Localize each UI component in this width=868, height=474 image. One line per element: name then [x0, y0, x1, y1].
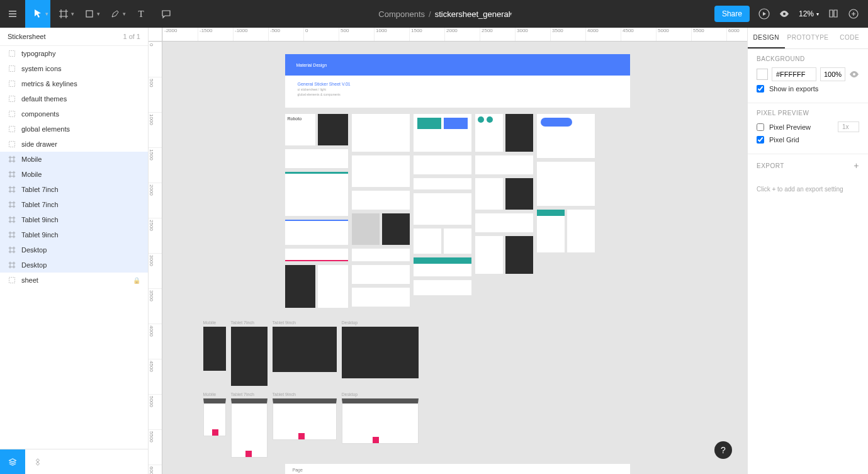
- group-icon: [8, 276, 16, 285]
- pixel-grid-checkbox[interactable]: [757, 136, 764, 144]
- device-row-dark: MobileTablet 7inchTablet 9inchDesktop: [166, 314, 745, 386]
- chevron-down-icon[interactable]: ▾: [97, 11, 103, 17]
- tab-code[interactable]: Code: [831, 28, 869, 48]
- artboard: [505, 236, 533, 274]
- chevron-down-icon[interactable]: ▾: [509, 11, 515, 17]
- vertical-ruler: 0500100015002000250030003500400045005000…: [149, 42, 162, 474]
- subheader-line: global elements & components: [298, 93, 617, 96]
- text-icon: T: [138, 9, 144, 20]
- layer-row[interactable]: components: [0, 106, 148, 121]
- show-exports-checkbox[interactable]: [757, 85, 764, 93]
- layers-tab-button[interactable]: [0, 449, 25, 475]
- layer-row[interactable]: Tablet 9inch: [0, 227, 148, 242]
- ruler-tick: 500: [149, 77, 162, 112]
- layer-name: side drawer: [21, 140, 57, 148]
- pen-icon: [110, 9, 120, 19]
- view-button[interactable]: [779, 8, 790, 20]
- frame-icon: [8, 185, 16, 194]
- artboard: [285, 249, 348, 261]
- canvas-content: Material Design General Sticker Sheet V.…: [166, 54, 745, 474]
- layer-row[interactable]: default themes: [0, 91, 148, 106]
- layer-row[interactable]: Mobile: [0, 152, 148, 167]
- ruler-tick: 1500: [149, 147, 162, 183]
- eye-icon[interactable]: [849, 69, 859, 79]
- artboard: [318, 114, 348, 145]
- section-title: Pixel Preview: [757, 110, 859, 116]
- tab-design[interactable]: Design: [748, 28, 785, 48]
- ruler-tick: 3000: [149, 253, 162, 288]
- layers-panel: Stickersheet 1 of 1 typographysystem ico…: [0, 28, 149, 474]
- background-hex-input[interactable]: [772, 67, 816, 81]
- menu-button[interactable]: [0, 0, 25, 28]
- artboard: [505, 178, 533, 210]
- layer-row[interactable]: system icons: [0, 61, 148, 76]
- artboard: [414, 155, 471, 174]
- library-button[interactable]: [828, 8, 839, 20]
- layer-row[interactable]: metrics & keylines: [0, 76, 148, 91]
- artboard-col: [537, 114, 595, 252]
- ruler-tick: 4000: [585, 28, 621, 41]
- layer-row[interactable]: Tablet 7inch: [0, 197, 148, 212]
- svg-rect-9: [9, 142, 15, 147]
- ruler-tick: -2000: [162, 28, 198, 41]
- canvas-viewport[interactable]: -2000-1500-1000-500050010001500200025003…: [149, 28, 747, 474]
- zoom-control[interactable]: 12%▾: [799, 9, 819, 18]
- help-button[interactable]: ?: [714, 441, 732, 459]
- pixel-preview-row[interactable]: Pixel Preview 1x: [757, 121, 859, 132]
- ruler-tick: 6000: [149, 465, 162, 474]
- artboard: [567, 210, 595, 252]
- assets-tab-button[interactable]: [25, 449, 50, 475]
- add-export-button[interactable]: +: [854, 161, 859, 171]
- svg-rect-10: [9, 278, 15, 283]
- device-body: [231, 398, 268, 458]
- device-body: [342, 327, 419, 378]
- device-frame: Tablet 7inch: [231, 320, 268, 386]
- artboard: [475, 213, 533, 232]
- layer-row[interactable]: Tablet 7inch: [0, 182, 148, 197]
- layers-list: typographysystem iconsmetrics & keylines…: [0, 46, 148, 449]
- layer-row[interactable]: Desktop: [0, 257, 148, 273]
- share-button[interactable]: Share: [714, 6, 750, 22]
- pixel-scale-select[interactable]: 1x: [838, 121, 859, 132]
- lock-icon: 🔒: [133, 277, 140, 284]
- layer-row[interactable]: sheet🔒: [0, 273, 148, 288]
- text-tool[interactable]: T: [128, 0, 154, 28]
- file-title[interactable]: Components / stickersheet_general ▾: [179, 9, 714, 19]
- subheader-title: General Sticker Sheet V.01: [298, 82, 617, 86]
- group-icon: [8, 49, 16, 58]
- layer-row[interactable]: global elements: [0, 121, 148, 137]
- device-label: Mobile: [203, 392, 226, 397]
- ruler-tick: 1500: [409, 28, 444, 41]
- canvas[interactable]: Material Design General Sticker Sheet V.…: [162, 42, 747, 474]
- pixel-grid-row[interactable]: Pixel Grid: [757, 136, 859, 144]
- layer-name: global elements: [21, 125, 70, 133]
- background-opacity-input[interactable]: [820, 67, 845, 81]
- group-icon: [8, 125, 16, 133]
- chevron-down-icon[interactable]: ▾: [71, 11, 77, 17]
- chevron-down-icon[interactable]: ▾: [45, 11, 51, 17]
- show-exports-row[interactable]: Show in exports: [757, 85, 859, 93]
- layer-row[interactable]: Desktop: [0, 242, 148, 257]
- export-label: Export: [757, 162, 784, 169]
- add-button[interactable]: [848, 8, 859, 20]
- inspector-panel: Design Prototype Code Background Show in…: [747, 28, 868, 474]
- layer-row[interactable]: Mobile: [0, 167, 148, 182]
- comment-tool[interactable]: [154, 0, 179, 28]
- artboard: [414, 280, 471, 295]
- ruler-tick: 4000: [149, 324, 162, 359]
- artboard: [414, 178, 471, 189]
- frame-icon: [8, 261, 16, 269]
- layer-row[interactable]: side drawer: [0, 137, 148, 152]
- color-swatch[interactable]: [757, 69, 768, 80]
- present-button[interactable]: [758, 8, 770, 20]
- device-frame: Mobile: [203, 320, 226, 371]
- pixel-preview-checkbox[interactable]: [757, 123, 764, 131]
- chevron-down-icon[interactable]: ▾: [123, 11, 128, 17]
- components-icon: [33, 458, 42, 466]
- tab-prototype[interactable]: Prototype: [785, 28, 831, 48]
- layer-row[interactable]: typography: [0, 46, 148, 61]
- layer-row[interactable]: Tablet 9inch: [0, 212, 148, 227]
- layer-name: Mobile: [21, 155, 42, 163]
- breadcrumb-sep: /: [429, 9, 431, 19]
- page-header[interactable]: Stickersheet 1 of 1: [0, 28, 148, 46]
